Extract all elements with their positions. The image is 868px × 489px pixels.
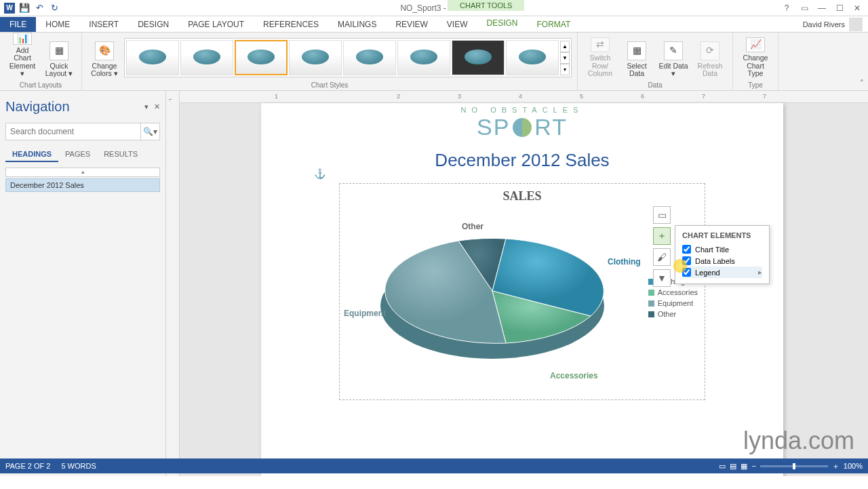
view-web-icon[interactable]: ▦ <box>741 462 747 471</box>
pie-chart[interactable] <box>374 211 611 376</box>
chevron-down-icon[interactable]: ▼ <box>560 52 570 64</box>
ribbon: 📊Add Chart Element ▾ ▦Quick Layout ▾ Cha… <box>0 33 868 91</box>
style-thumb-3[interactable] <box>235 40 288 75</box>
select-data-button[interactable]: ▦Select Data <box>620 36 654 79</box>
ribbon-display-icon[interactable]: ▭ <box>799 3 810 14</box>
status-words[interactable]: 5 WORDS <box>61 462 96 470</box>
nav-tab-pages[interactable]: PAGES <box>58 147 97 162</box>
status-page[interactable]: PAGE 2 OF 2 <box>5 462 50 470</box>
horizontal-ruler[interactable]: 1 2 3 4 5 6 7 7 <box>180 91 868 103</box>
chart-elements-popup: CHART ELEMENTS Chart Title Data Labels L… <box>675 225 770 284</box>
layout-options-button[interactable]: ▭ <box>653 206 671 224</box>
zoom-slider[interactable] <box>760 465 828 467</box>
style-thumb-1[interactable] <box>126 40 179 75</box>
tab-page-layout[interactable]: PAGE LAYOUT <box>178 17 254 32</box>
data-label-clothing[interactable]: Clothing <box>608 257 641 267</box>
checkbox-data-labels[interactable]: Data Labels <box>682 255 762 267</box>
style-thumb-8[interactable] <box>506 40 559 75</box>
group-data: Data <box>648 81 662 89</box>
quick-layout-button[interactable]: ▦Quick Layout ▾ <box>42 36 76 79</box>
zoom-in-icon[interactable]: ＋ <box>832 461 840 471</box>
refresh-data-button: ⟳Refresh Data <box>693 36 727 79</box>
change-chart-type-button[interactable]: 📈Change Chart Type <box>738 36 772 79</box>
heading-december-sales[interactable]: December 2012 Sales <box>5 178 160 192</box>
undo-icon[interactable]: ↶ <box>34 3 45 14</box>
chart-filters-button[interactable]: ▼ <box>653 269 671 287</box>
search-box[interactable]: 🔍▾ <box>5 123 160 140</box>
style-thumb-6[interactable] <box>397 40 450 75</box>
data-label-other[interactable]: Other <box>462 222 484 231</box>
legend-other: Other <box>658 310 677 318</box>
tab-home[interactable]: HOME <box>36 17 79 32</box>
style-thumb-2[interactable] <box>180 40 233 75</box>
legend-equipment: Equipment <box>658 299 694 307</box>
heading-jump-top[interactable]: ▴ <box>5 168 160 177</box>
tab-references[interactable]: REFERENCES <box>254 17 328 32</box>
search-icon[interactable]: 🔍▾ <box>140 123 159 140</box>
data-label-accessories[interactable]: Accessories <box>550 371 598 380</box>
data-label-equipment[interactable]: Equipment <box>344 309 386 318</box>
anchor-icon[interactable]: ⚓ <box>314 168 326 179</box>
style-thumb-4[interactable] <box>289 40 342 75</box>
view-print-icon[interactable]: ▤ <box>730 462 736 471</box>
quick-layout-icon: ▦ <box>50 41 68 60</box>
chevron-up-icon[interactable]: ▲ <box>560 41 570 52</box>
document-page[interactable]: NO OBSTACLES SPRT ⚓ December 2012 Sales … <box>261 103 783 476</box>
help-icon[interactable]: ? <box>781 3 792 14</box>
checkbox-chart-title[interactable]: Chart Title <box>682 243 762 255</box>
maximize-icon[interactable]: ☐ <box>834 3 845 14</box>
document-area[interactable]: 1 2 3 4 5 6 7 7 NO OBSTACLES SPRT ⚓ Dece… <box>180 91 868 476</box>
tab-file[interactable]: FILE <box>0 17 36 32</box>
tab-design[interactable]: DESIGN <box>128 17 178 32</box>
quick-access-toolbar: W 💾 ↶ ↻ <box>0 3 60 14</box>
workspace: Navigation ▾✕ 🔍▾ HEADINGS PAGES RESULTS … <box>0 91 868 476</box>
nav-tab-headings[interactable]: HEADINGS <box>5 147 58 162</box>
chart-styles-gallery[interactable]: ▲▼▾ <box>124 38 572 77</box>
add-chart-element-button[interactable]: 📊Add Chart Element ▾ <box>5 36 39 79</box>
add-element-icon: 📊 <box>13 33 32 44</box>
view-read-icon[interactable]: ▭ <box>719 462 726 471</box>
tab-chart-design[interactable]: DESIGN <box>477 16 527 32</box>
chart-type-icon: 📈 <box>746 37 765 52</box>
nav-tab-results[interactable]: RESULTS <box>97 147 144 162</box>
user-name-label: David Rivers <box>803 20 845 28</box>
status-bar: PAGE 2 OF 2 5 WORDS ▭ ▤ ▦ − ＋ 100% <box>0 458 868 473</box>
tab-view[interactable]: VIEW <box>437 17 477 32</box>
group-chart-styles: Chart Styles <box>311 81 348 89</box>
tab-chart-format[interactable]: FORMAT <box>527 17 580 32</box>
gallery-spinner[interactable]: ▲▼▾ <box>560 41 570 75</box>
vertical-ruler: ⌐ <box>166 91 180 476</box>
chart-elements-button[interactable]: ＋ <box>653 227 671 245</box>
chevron-right-icon[interactable]: ▸ <box>758 268 762 277</box>
change-colors-button[interactable]: 🎨Change Colors ▾ <box>87 36 121 79</box>
tab-mailings[interactable]: MAILINGS <box>328 17 386 32</box>
style-thumb-5[interactable] <box>343 40 396 75</box>
word-app-icon[interactable]: W <box>4 3 15 14</box>
chart-object[interactable]: SALES <box>339 183 705 400</box>
checkbox-legend[interactable]: Legend▸ <box>682 267 762 278</box>
save-icon[interactable]: 💾 <box>19 3 30 14</box>
collapse-ribbon-icon[interactable]: ˄ <box>860 79 864 87</box>
chart-title[interactable]: SALES <box>340 184 705 203</box>
navigation-pane: Navigation ▾✕ 🔍▾ HEADINGS PAGES RESULTS … <box>0 91 166 476</box>
zoom-level[interactable]: 100% <box>844 462 863 470</box>
zoom-out-icon[interactable]: − <box>751 462 755 470</box>
document-heading[interactable]: December 2012 Sales <box>261 150 783 171</box>
tab-review[interactable]: REVIEW <box>386 17 437 32</box>
style-thumb-7[interactable] <box>452 40 505 75</box>
nav-close-icon[interactable]: ✕ <box>154 102 160 111</box>
logo-title: SPRT <box>261 114 783 140</box>
nav-menu-icon[interactable]: ▾ <box>144 102 149 111</box>
redo-icon[interactable]: ↻ <box>49 3 60 14</box>
nav-tabs: HEADINGS PAGES RESULTS <box>5 147 160 162</box>
logo-subtitle: NO OBSTACLES <box>261 106 783 114</box>
minimize-icon[interactable]: — <box>816 3 827 14</box>
gallery-more-icon[interactable]: ▾ <box>560 64 570 75</box>
switch-icon: ⇄ <box>591 37 610 52</box>
search-input[interactable] <box>6 123 140 140</box>
user-account[interactable]: David Rivers <box>803 18 863 31</box>
chart-styles-button[interactable]: 🖌 <box>653 248 671 266</box>
tab-insert[interactable]: INSERT <box>79 17 128 32</box>
edit-data-button[interactable]: ✎Edit Data ▾ <box>656 36 690 79</box>
close-icon[interactable]: ✕ <box>852 3 863 14</box>
